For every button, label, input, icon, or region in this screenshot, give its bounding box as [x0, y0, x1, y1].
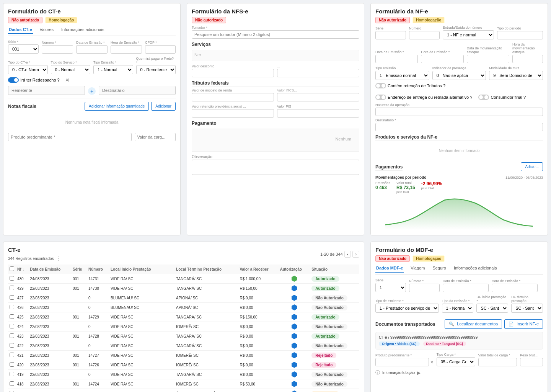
pis-input[interactable] — [277, 109, 359, 118]
tab-seguro[interactable]: Seguro — [432, 264, 447, 273]
uf-inicio-select[interactable]: SC - Santa Catarina — [476, 304, 508, 313]
cell-data: 22/03/2023 — [28, 360, 71, 370]
row-checkbox[interactable] — [10, 333, 14, 338]
nfe-numero-label: Número — [409, 26, 440, 30]
mdfe-numero-input[interactable]: 416 — [409, 284, 440, 292]
nfe-emissao-input[interactable]: 28/03/2023 — [375, 55, 418, 63]
nfe-numero-input[interactable]: 24 — [409, 31, 440, 39]
emissao-input[interactable]: 28/03/2023 — [76, 45, 108, 54]
nfe-modal-select[interactable]: 9 - Sem Domicílio de Transporte — [489, 71, 543, 80]
nfe-serie-input[interactable]: 001 — [375, 31, 406, 39]
nfe-horamov-group: Hora da movimentação estoque... ---- — [512, 42, 543, 63]
pagamentos-btn[interactable]: Adicio... — [521, 162, 543, 171]
destinatario-input[interactable] — [99, 86, 176, 95]
retencao-toggle[interactable]: Contém retenção de Tributos ? — [375, 83, 445, 88]
tab-dados-mdfe[interactable]: Dados MDF-e — [375, 264, 404, 273]
cell-data: 15/03/2023 — [28, 389, 71, 392]
row-checkbox[interactable] — [10, 295, 14, 300]
redespacho-toggle[interactable]: Irá ter Redespacho ? — [8, 77, 60, 83]
cell-serie: 001 — [71, 332, 87, 341]
tipo-cte-select[interactable]: 0 - CT-e Normal — [8, 65, 48, 74]
row-checkbox[interactable] — [10, 286, 14, 290]
tipo-emissao-mdfe-select[interactable]: 1 - Normal — [442, 304, 474, 313]
nfe-hora-input[interactable]: 15:17:36 — [421, 55, 463, 63]
add-remetente-button[interactable]: + — [88, 87, 96, 95]
tab-viagem[interactable]: Viagem — [410, 264, 425, 273]
mdfe-emissao-input[interactable]: 28/03/2023 — [443, 284, 489, 292]
valor-carga-mdfe-group: Valor total de carga * R$ 0,00 — [478, 353, 517, 366]
consumidor-toggle[interactable]: Consumidor final ? — [478, 95, 526, 100]
table-row: 418 22/03/2023 001 14724 VIDEIRA/ SC IOM… — [8, 379, 359, 389]
uf-termino-select[interactable]: SC - Santa Catari... — [511, 304, 543, 313]
cfop-input[interactable] — [145, 45, 176, 54]
tipo-carga-select[interactable]: 05 - Carga Geral — [437, 357, 475, 366]
emitidas-label: Emissões — [375, 181, 390, 185]
extra-toggle: Al — [66, 78, 69, 82]
mdfe-produto-input[interactable]: APARAS DE PAPELÃO ONDULADO - 1 — [375, 358, 429, 366]
mdfe-hora-input[interactable]: 15:15:56 — [492, 284, 538, 292]
select-all-checkbox[interactable] — [10, 266, 14, 271]
info-icon[interactable]: ⓘ — [375, 369, 380, 376]
valor-carga-input[interactable] — [135, 133, 176, 141]
nfe-tipo-input[interactable]: Saída — [497, 31, 543, 39]
row-checkbox[interactable] — [10, 381, 14, 386]
mdfe-tag-nao-autorizado: Não autorizado — [375, 255, 410, 262]
clear-produto-button[interactable]: × — [430, 359, 434, 365]
observacao-input[interactable] — [192, 160, 359, 175]
endereco-toggle[interactable]: Endereço de entrega ou retirada alternat… — [375, 95, 472, 100]
nfe-ind-select[interactable]: 0 - Não se aplica — [432, 71, 486, 80]
row-checkbox[interactable] — [10, 362, 14, 367]
destinatario-nfe-input[interactable] — [375, 123, 543, 131]
hora-input[interactable]: 15:18:47 — [111, 45, 142, 54]
tipo-emitente-select[interactable]: 1 - Prestador de serviço de transpo... — [375, 304, 439, 313]
cell-numero: 14730 — [87, 284, 109, 293]
row-checkbox[interactable] — [10, 276, 14, 281]
tomador-input[interactable] — [192, 30, 359, 39]
cell-valor: R$ 0,00 — [238, 351, 279, 360]
irnqn-input[interactable] — [277, 93, 359, 101]
peso-input[interactable] — [520, 358, 543, 366]
list-options-icon[interactable]: ⋮ — [56, 255, 62, 261]
row-checkbox[interactable] — [10, 314, 14, 319]
btn-add-quantidade[interactable]: Adicionar informação quantidade — [85, 102, 149, 111]
next-page-button[interactable]: › — [352, 251, 359, 258]
valor-r-input[interactable] — [277, 69, 359, 77]
remetente-input[interactable] — [8, 86, 85, 95]
row-checkbox[interactable] — [10, 305, 14, 309]
tab-info-adicionais-mdfe[interactable]: Informações adicionais — [453, 264, 498, 273]
prev-page-button[interactable]: ‹ — [344, 251, 351, 258]
serie-select[interactable]: 001 — [8, 44, 39, 54]
tipo-emissao-select[interactable]: 1 - Normal — [93, 65, 133, 74]
tipo-servico-select[interactable]: 0 - Normal — [51, 65, 91, 74]
tab-info-adicionais[interactable]: Informações adicionais — [60, 26, 105, 34]
tab-dados-cte[interactable]: Dados CT-e — [8, 26, 33, 34]
btn-inserir-nfe[interactable]: 📄 Inserir NF-e — [504, 319, 543, 329]
nfe-tipo-emissao-select[interactable]: 1 - Emissão normal — [375, 71, 429, 80]
natureza-input[interactable]: VENDA DE MERCADORIA ADQUIRIDA OU RECEBID… — [375, 108, 543, 116]
csll-input[interactable]: R$ 0,00 — [192, 109, 274, 118]
cell-numero: 14724 — [87, 379, 109, 389]
expand-icon[interactable]: ▶ — [417, 370, 421, 376]
nfe-datamov-input[interactable] — [467, 55, 509, 63]
valor-desconto-input[interactable] — [192, 69, 274, 77]
btn-adicionar[interactable]: Adicionar — [151, 102, 176, 111]
row-checkbox[interactable] — [10, 343, 14, 348]
btn-localizar[interactable]: 🔍 Localizar documentos — [445, 319, 502, 329]
emitidas-stat: Emissões 0 463 — [375, 181, 390, 194]
produto-input[interactable] — [8, 133, 132, 141]
quem-frete-select[interactable]: 0 - Remetente — [136, 65, 176, 74]
tipo-emitente-group: Tipo de Emitente * 1 - Prestador de serv… — [375, 299, 439, 313]
row-checkbox[interactable] — [10, 353, 14, 357]
row-checkbox[interactable] — [10, 324, 14, 328]
valor-carga-mdfe-input[interactable]: R$ 0,00 — [478, 358, 517, 366]
tab-valores[interactable]: Valores — [39, 26, 54, 34]
nfe-ent-select[interactable]: 1 - NF e normal — [443, 30, 494, 39]
cell-numero: 14731 — [87, 274, 109, 284]
mdfe-serie-select[interactable]: 1 — [375, 283, 406, 292]
nfe-horamov-input[interactable]: ---- — [512, 55, 543, 63]
cell-data: 22/03/2023 — [28, 379, 71, 389]
irpj-input[interactable]: R$ 0,00 — [192, 93, 274, 101]
row-checkbox[interactable] — [10, 372, 14, 376]
numero-input[interactable]: 14707 — [42, 45, 73, 54]
valor-total-sub: pelo total — [396, 190, 415, 194]
